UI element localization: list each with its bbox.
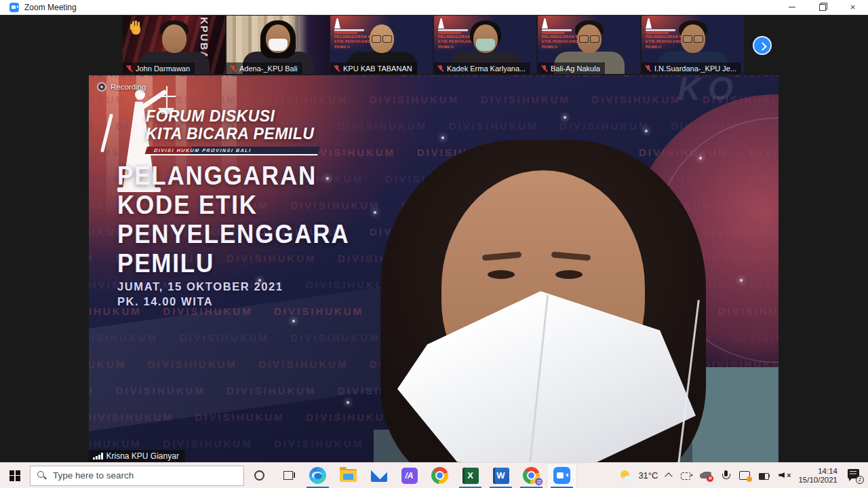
tray-microphone-icon[interactable] xyxy=(719,470,732,482)
muted-mic-icon xyxy=(644,64,652,73)
taskbar-app-excel[interactable]: X xyxy=(455,463,486,488)
participant-name: Adena-_KPU Bali xyxy=(239,64,298,73)
recording-indicator[interactable]: Recording xyxy=(97,82,146,92)
participant-tile[interactable]: Adena-_KPU Bali xyxy=(226,16,329,74)
tray-overflow-button[interactable] xyxy=(665,472,673,479)
participant-tile[interactable]: KPUBALI John Darmawan xyxy=(123,16,225,74)
window-titlebar: Zoom Meeting × xyxy=(0,0,868,15)
taskbar-app-zoom[interactable] xyxy=(547,463,577,488)
weather-icon xyxy=(620,469,633,483)
event-badge-subtitle: DIVISI HUKUM PROVINSI BALI xyxy=(144,147,320,155)
chrome-icon xyxy=(431,467,448,484)
glasses-icon xyxy=(682,35,704,41)
mail-icon xyxy=(371,470,387,482)
close-button[interactable]: × xyxy=(837,0,868,14)
volume-muted-icon[interactable]: × xyxy=(778,470,791,482)
event-badge-line2: KITA BICARA PEMILU xyxy=(146,126,319,143)
temperature-label: 31°C xyxy=(638,470,658,481)
search-icon xyxy=(37,471,46,480)
slide-date: JUMAT, 15 OKTOBER 2021 xyxy=(117,279,283,294)
excel-icon: X xyxy=(462,468,479,484)
taskbar-app-mail[interactable] xyxy=(363,463,394,488)
participant-tile[interactable]: PELANGGARAN KODE ETIK PENYELENGGARA PEMI… xyxy=(434,16,536,74)
face-mask xyxy=(476,39,495,51)
notification-count-badge: 2 xyxy=(856,476,864,484)
windows-logo-icon xyxy=(9,470,20,481)
participant-name: Kadek Erma Karlyana... xyxy=(447,64,526,73)
participant-name: KPU KAB TABANAN xyxy=(343,64,412,73)
participant-name-tag: Bali-Ag Nakula xyxy=(538,62,605,74)
tray-display-icon[interactable] xyxy=(739,470,751,482)
participant-tile[interactable]: PELANGGARAN KODE ETIK PENYELENGGARA PEMI… xyxy=(642,16,744,74)
file-explorer-icon xyxy=(340,469,357,482)
slide-datetime: JUMAT, 15 OKTOBER 2021 PK. 14.00 WITA xyxy=(117,279,283,309)
window-controls: × xyxy=(776,0,868,14)
slide-title-line: PENYELENGGARA xyxy=(117,220,349,249)
next-page-button[interactable] xyxy=(753,36,772,55)
slide-title-line: PEMILU xyxy=(117,249,349,278)
task-view-button[interactable] xyxy=(274,463,302,488)
glasses-icon xyxy=(578,35,600,41)
taskbar-app-chrome-meet[interactable] xyxy=(516,463,547,488)
participant-name-tag: Kadek Erma Karlyana... xyxy=(434,62,530,74)
slide-title-line: PELANGGARAN xyxy=(117,162,349,191)
taskbar-app-file-explorer[interactable] xyxy=(333,463,363,488)
meeting-stage: KPUBALI John Darmawan Adena-_KPU Bali xyxy=(0,15,868,462)
taskbar-clock[interactable]: 14:14 15/10/2021 xyxy=(798,467,837,485)
taskbar-app-edge[interactable] xyxy=(302,463,333,488)
slide-title-line: KODE ETIK xyxy=(117,191,349,220)
purple-a-app-icon: /A xyxy=(401,468,418,484)
muted-mic-icon xyxy=(540,64,548,73)
tray-camera-icon[interactable] xyxy=(680,470,692,482)
participant-tile[interactable]: PELANGGARAN KODE ETIK PENYELENGGARA PEMI… xyxy=(330,16,433,74)
clock-time: 14:14 xyxy=(798,467,837,476)
action-center-button[interactable]: 2 xyxy=(848,469,863,483)
taskbar-search-input[interactable]: Type here to search xyxy=(30,466,244,486)
meet-badge-icon xyxy=(534,477,543,486)
weather-widget[interactable]: 31°C xyxy=(620,469,658,483)
participant-tile[interactable]: PELANGGARAN KODE ETIK PENYELENGGARA PEMI… xyxy=(538,16,640,74)
gallery-strip: KPUBALI John Darmawan Adena-_KPU Bali xyxy=(123,16,744,75)
restore-button[interactable] xyxy=(807,0,837,14)
windows-taskbar: Type here to search /A X W 31°C ✕ × 14:1… xyxy=(0,462,868,488)
close-icon: × xyxy=(850,3,856,12)
search-placeholder: Type here to search xyxy=(53,470,134,481)
face-mask xyxy=(269,39,288,51)
recording-label: Recording xyxy=(111,83,146,91)
participant-name-tag: John Darmawan xyxy=(123,62,195,74)
cortana-icon xyxy=(254,470,264,481)
word-icon: W xyxy=(493,468,509,484)
main-speaker-video[interactable]: DIVISIHUKUM DIVISIHUKUM DIVISIHUKUM DIVI… xyxy=(89,75,778,462)
participant-name-tag: KPU KAB TABANAN xyxy=(330,62,417,74)
taskbar-app-purple-a[interactable]: /A xyxy=(394,463,425,488)
clock-date: 15/10/2021 xyxy=(798,476,837,485)
muted-mic-icon xyxy=(229,64,237,73)
participant-name: Bali-Ag Nakula xyxy=(551,64,600,73)
taskbar-app-chrome[interactable] xyxy=(425,463,455,488)
recording-icon xyxy=(97,82,106,92)
muted-mic-icon xyxy=(125,64,133,73)
glasses-icon xyxy=(371,35,393,41)
onedrive-error-icon[interactable]: ✕ xyxy=(700,470,712,482)
start-button[interactable] xyxy=(0,463,30,488)
speaker-name-label: Krisna KPU Gianyar xyxy=(106,451,179,461)
battery-icon[interactable] xyxy=(759,470,771,482)
muted-mic-icon xyxy=(333,64,340,73)
muted-mic-icon xyxy=(437,64,444,73)
taskbar-app-word[interactable]: W xyxy=(486,463,516,488)
slide-title: PELANGGARAN KODE ETIK PENYELENGGARA PEMI… xyxy=(117,162,349,278)
event-badge-line1: FORUM DISKUSI xyxy=(146,108,319,126)
minimize-button[interactable] xyxy=(776,0,807,14)
participant-name: John Darmawan xyxy=(136,64,190,73)
edge-icon xyxy=(309,467,326,484)
cortana-button[interactable] xyxy=(244,463,274,488)
participant-name-tag: Adena-_KPU Bali xyxy=(226,62,302,74)
participant-name-tag: I.N.Suardana-_KPU Je... xyxy=(642,62,741,74)
zoom-icon xyxy=(553,467,570,484)
slide-time: PK. 14.00 WITA xyxy=(117,294,283,309)
participant-name: I.N.Suardana-_KPU Je... xyxy=(654,64,736,73)
window-title: Zoom Meeting xyxy=(24,3,77,12)
connection-signal-icon xyxy=(93,453,103,459)
event-badge: FORUM DISKUSI KITA BICARA PEMILU DIVISI … xyxy=(146,108,319,155)
speaker-name-tag: Krisna KPU Gianyar xyxy=(89,450,185,462)
